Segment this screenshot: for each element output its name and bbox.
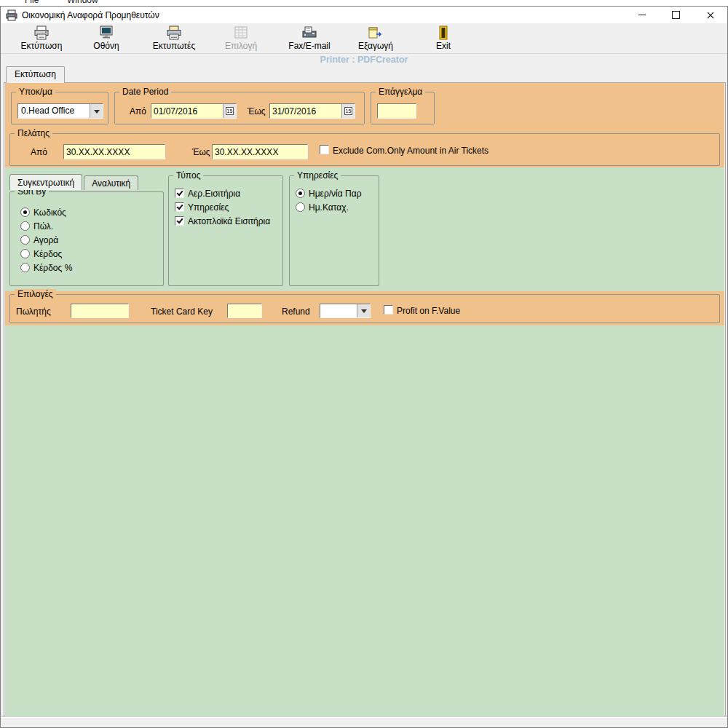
- services-date-group-label: Υπηρεσίες: [294, 170, 341, 181]
- toolbar-export-label: Εξαγωγή: [358, 41, 393, 51]
- branch-group: Υποκ/μα 0.Head Office: [11, 92, 108, 124]
- toolbar-screen-label: Οθόνη: [93, 41, 119, 51]
- type-group: Τύπος Αερ.Εισιτήρια Υπηρεσίες Ακτοπλοϊκά…: [168, 175, 283, 286]
- service-date-par-radio[interactable]: [296, 189, 305, 198]
- minimize-icon: [638, 15, 646, 15]
- exclude-com-label[interactable]: Exclude Com.Only Amount in Air Tickets: [333, 146, 488, 156]
- date-from-calendar-button[interactable]: 15: [223, 104, 236, 118]
- toolbar-print-button[interactable]: Εκτύπωση: [11, 25, 72, 52]
- tab-ektyposi[interactable]: Εκτύπωση: [6, 66, 65, 83]
- service-date-katax-radio[interactable]: [296, 202, 305, 212]
- close-button[interactable]: [693, 7, 727, 23]
- minimize-button[interactable]: [625, 7, 659, 23]
- background-menu-window: Window: [67, 0, 98, 5]
- toolbar: Εκτύπωση Οθόνη Εκτυπωτές Επιλογή: [1, 23, 727, 54]
- date-to-calendar-button[interactable]: 15: [341, 104, 355, 118]
- refund-select[interactable]: [320, 304, 371, 318]
- maximize-icon: [672, 11, 680, 19]
- window-controls: [625, 7, 727, 23]
- toolbar-screen-button[interactable]: Οθόνη: [76, 25, 136, 52]
- branch-group-label: Υποκ/μα: [16, 87, 55, 97]
- profit-fvalue-checkbox[interactable]: [384, 305, 393, 314]
- tab-detailed[interactable]: Αναλυτική: [84, 175, 138, 190]
- date-from-input[interactable]: [151, 104, 223, 118]
- type-group-label: Τύπος: [173, 170, 203, 181]
- ticket-card-key-input[interactable]: [227, 304, 262, 318]
- toolbar-fax-email-label: Fax/E-mail: [288, 41, 330, 51]
- toolbar-fax-email-button[interactable]: Fax/E-mail: [278, 25, 341, 52]
- calendar-icon: 15: [226, 107, 234, 115]
- calendar-icon: 15: [344, 107, 353, 115]
- code-keys-panel: [5, 325, 724, 716]
- sort-agora-radio[interactable]: [20, 235, 30, 245]
- sort-pol-radio[interactable]: [20, 221, 30, 231]
- sort-by-group: Sort By Κωδικός Πώλ. Αγορά Κέρδος Κέρδος…: [9, 191, 164, 286]
- profession-group-label: Επάγγελμα: [376, 87, 425, 97]
- app-printer-icon: [6, 9, 17, 21]
- customer-group: Πελάτης Από Έως Exclude Com.Only Amount …: [9, 133, 720, 166]
- seller-input[interactable]: [71, 304, 129, 318]
- toolbar-exit-label: Exit: [436, 41, 451, 51]
- sort-kerdos-radio[interactable]: [20, 249, 30, 258]
- ferry-tickets-label[interactable]: Ακτοπλοϊκά Εισιτήρια: [188, 216, 270, 226]
- screen: File Window Οικονομική Αναφορά Προμηθευτ…: [0, 0, 728, 728]
- exit-icon: [435, 25, 452, 40]
- branch-select-value: 0.Head Office: [18, 104, 90, 118]
- customer-from-label: Από: [31, 147, 47, 157]
- service-date-par-label[interactable]: Ημερ/νία Παρ: [309, 189, 361, 199]
- status-bar: [1, 717, 727, 727]
- sort-kerdos-pct-radio[interactable]: [20, 263, 30, 272]
- customer-from-input[interactable]: [63, 144, 165, 159]
- background-menu-file: File: [25, 0, 39, 5]
- export-icon: [367, 25, 384, 40]
- date-to-field: 15: [269, 103, 355, 119]
- options-group-label: Επιλογές: [15, 289, 56, 299]
- close-icon: [707, 12, 714, 19]
- print-icon: [33, 25, 50, 40]
- printers-icon: [165, 25, 183, 40]
- toolbar-selection-button: Επιλογή: [213, 25, 269, 52]
- sort-kodikos-label[interactable]: Κωδικός: [33, 207, 66, 218]
- profit-fvalue-label[interactable]: Profit on F.Value: [397, 306, 460, 316]
- sort-kodikos-radio[interactable]: [20, 207, 30, 217]
- chevron-down-icon[interactable]: [357, 304, 370, 317]
- date-from-field: 15: [151, 103, 237, 119]
- sort-kerdos-pct-label[interactable]: Κέρδος %: [33, 263, 72, 273]
- branch-select[interactable]: 0.Head Office: [17, 103, 103, 119]
- titlebar: Οικονομική Αναφορά Προμηθευτών: [1, 7, 727, 23]
- customer-to-label: Έως: [192, 147, 210, 157]
- tab-summary[interactable]: Συγκεντρωτική: [9, 174, 82, 190]
- profession-group: Επάγγελμα: [371, 92, 435, 124]
- toolbar-printers-button[interactable]: Εκτυπωτές: [141, 25, 207, 52]
- sort-pol-label[interactable]: Πώλ.: [33, 221, 53, 232]
- toolbar-selection-label: Επιλογή: [225, 41, 257, 51]
- air-tickets-checkbox[interactable]: [175, 189, 184, 198]
- date-to-input[interactable]: [270, 104, 341, 118]
- date-from-label: Από: [130, 106, 146, 116]
- date-to-label: Έως: [248, 106, 266, 116]
- maximize-button[interactable]: [659, 7, 693, 23]
- seller-label: Πωλητής: [16, 306, 51, 317]
- sort-kerdos-label[interactable]: Κέρδος: [33, 249, 62, 259]
- refund-label: Refund: [282, 306, 310, 317]
- toolbar-export-button[interactable]: Εξαγωγή: [344, 25, 407, 52]
- date-period-group-label: Date Period: [119, 87, 171, 97]
- fax-icon: [301, 25, 318, 40]
- ferry-tickets-checkbox[interactable]: [175, 216, 184, 226]
- services-label[interactable]: Υπηρεσίες: [188, 202, 229, 213]
- toolbar-exit-button[interactable]: Exit: [423, 25, 464, 52]
- exclude-com-checkbox[interactable]: [320, 145, 329, 154]
- window-title: Οικονομική Αναφορά Προμηθευτών: [22, 10, 159, 20]
- chevron-down-icon[interactable]: [90, 104, 103, 118]
- air-tickets-label[interactable]: Αερ.Εισιτήρια: [188, 189, 240, 199]
- refund-select-value: [320, 304, 357, 317]
- toolbar-print-label: Εκτύπωση: [21, 41, 63, 51]
- profession-input[interactable]: [377, 103, 416, 119]
- services-date-group: Υπηρεσίες Ημερ/νία Παρ Ημ.Καταχ.: [289, 175, 379, 286]
- customer-to-input[interactable]: [212, 144, 308, 159]
- sort-agora-label[interactable]: Αγορά: [33, 235, 58, 245]
- services-checkbox[interactable]: [175, 202, 184, 212]
- service-date-katax-label[interactable]: Ημ.Καταχ.: [309, 202, 349, 213]
- printer-status: Printer : PDFCreator: [1, 55, 727, 65]
- customer-group-label: Πελάτης: [15, 128, 52, 138]
